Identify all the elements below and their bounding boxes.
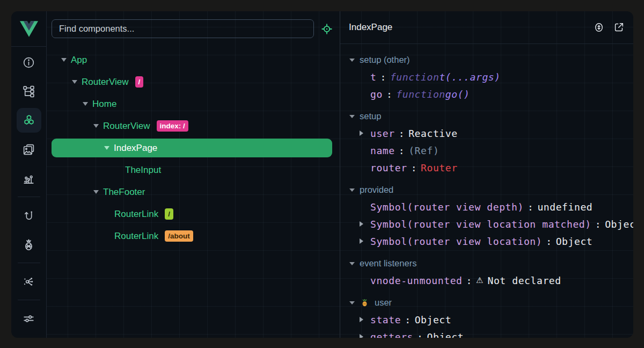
component-name: RouterView bbox=[82, 77, 129, 88]
section-title: provided bbox=[360, 185, 393, 195]
state-key: Symbol(router view depth) bbox=[370, 201, 524, 213]
tree-item-routerlink[interactable]: RouterLink/ bbox=[52, 203, 332, 225]
collapse-toggle-icon[interactable] bbox=[349, 189, 355, 192]
tree-item-home[interactable]: Home bbox=[52, 93, 332, 115]
tree-item-routerview[interactable]: RouterView/ bbox=[52, 71, 332, 93]
colon-separator: : bbox=[546, 236, 552, 247]
state-value: Object bbox=[556, 236, 593, 247]
collapse-toggle-icon[interactable] bbox=[349, 262, 355, 265]
tree-item-theinput[interactable]: TheInput bbox=[52, 159, 332, 181]
section-title: user bbox=[375, 298, 392, 308]
collapse-toggle-icon[interactable] bbox=[93, 124, 99, 128]
state-key: name bbox=[370, 145, 395, 156]
state-key: go bbox=[370, 89, 383, 100]
state-value: Router bbox=[421, 162, 458, 173]
inspector-header: IndexPage bbox=[340, 11, 633, 44]
sidebar-icons bbox=[11, 47, 46, 338]
tree-item-routerview[interactable]: RouterViewindex: / bbox=[52, 115, 332, 137]
route-badge: /about bbox=[165, 230, 193, 242]
open-in-editor-icon[interactable] bbox=[613, 21, 625, 33]
state-value: t(...args) bbox=[439, 71, 500, 83]
state-section: event listenersvnode-unmounted:⚠Not decl… bbox=[340, 255, 633, 289]
expand-arrow-icon[interactable] bbox=[360, 221, 370, 227]
section-header-setup[interactable]: setup bbox=[340, 108, 633, 125]
sidebar-item-pinia[interactable] bbox=[17, 232, 41, 257]
pinia-store-icon bbox=[360, 298, 369, 307]
colon-separator: : bbox=[399, 128, 405, 139]
section-header-user[interactable]: user bbox=[340, 294, 633, 311]
sidebar-item-settings[interactable] bbox=[17, 306, 41, 331]
expand-arrow-icon[interactable] bbox=[360, 130, 370, 136]
sidebar-item-info[interactable] bbox=[17, 50, 41, 75]
pick-component-icon[interactable] bbox=[320, 23, 333, 35]
state-key: vnode-unmounted bbox=[370, 275, 463, 286]
state-row-symbol-router-view-location-[interactable]: Symbol(router view location):Object bbox=[340, 233, 633, 250]
component-name: IndexPage bbox=[114, 143, 157, 154]
collapse-toggle-icon[interactable] bbox=[93, 190, 99, 194]
state-key: state bbox=[370, 314, 401, 325]
sidebar-item-graph[interactable] bbox=[17, 269, 41, 294]
component-tree: AppRouterView/HomeRouterViewindex: /Inde… bbox=[47, 46, 340, 338]
component-name: RouterView bbox=[103, 121, 150, 132]
section-header-provided[interactable]: provided bbox=[340, 182, 633, 198]
colon-separator: : bbox=[405, 314, 411, 325]
state-row-symbol-router-view-location-matched-[interactable]: Symbol(router view location matched):Obj… bbox=[340, 215, 633, 233]
collapse-toggle-icon[interactable] bbox=[349, 115, 355, 118]
state-row-go: go:function go() bbox=[340, 85, 633, 103]
info-icon bbox=[22, 56, 35, 69]
warning-icon: ⚠ bbox=[476, 276, 483, 285]
sidebar-item-tree[interactable] bbox=[17, 79, 41, 104]
section-header-event-listeners[interactable]: event listeners bbox=[340, 255, 633, 272]
colon-separator: : bbox=[399, 145, 405, 156]
state-section: providedSymbol(router view depth):undefi… bbox=[340, 182, 633, 250]
colon-separator: : bbox=[411, 162, 417, 173]
colon-separator: : bbox=[466, 275, 472, 286]
collapse-toggle-icon[interactable] bbox=[83, 102, 88, 106]
tree-item-routerlink[interactable]: RouterLink/about bbox=[52, 225, 332, 247]
search-input[interactable] bbox=[52, 19, 314, 38]
sidebar-item-images[interactable] bbox=[17, 137, 41, 162]
collapse-toggle-icon[interactable] bbox=[61, 58, 67, 62]
sidebar-divider bbox=[18, 197, 40, 197]
pinia-icon bbox=[22, 238, 35, 251]
router-icon bbox=[22, 209, 35, 222]
inspector-actions bbox=[593, 21, 625, 33]
state-value: function bbox=[396, 89, 445, 100]
component-name: TheInput bbox=[125, 165, 161, 176]
state-key: user bbox=[370, 128, 395, 139]
state-row-getters[interactable]: getters:Object bbox=[340, 328, 633, 338]
scroll-to-component-icon[interactable] bbox=[593, 21, 605, 33]
sidebar-item-router[interactable] bbox=[17, 203, 41, 228]
state-row-t: t:function t(...args) bbox=[340, 68, 633, 85]
inspector-panel: IndexPage setup (other)t:function t(...a… bbox=[340, 11, 633, 338]
collapse-toggle-icon[interactable] bbox=[104, 146, 109, 150]
vue-logo bbox=[20, 21, 38, 37]
component-name: RouterLink bbox=[114, 209, 158, 220]
expand-arrow-icon[interactable] bbox=[360, 317, 370, 322]
expand-arrow-icon[interactable] bbox=[360, 334, 370, 338]
collapse-toggle-icon[interactable] bbox=[349, 59, 355, 62]
colon-separator: : bbox=[528, 201, 533, 213]
tree-item-thefooter[interactable]: TheFooter bbox=[52, 181, 332, 203]
route-badge: / bbox=[135, 76, 144, 88]
state-row-state[interactable]: state:Object bbox=[340, 311, 633, 328]
sidebar-item-timeline-sliders[interactable] bbox=[17, 166, 41, 191]
state-value: Reactive bbox=[408, 128, 458, 139]
sidebar-item-components[interactable] bbox=[17, 108, 41, 133]
component-name: Home bbox=[92, 99, 116, 110]
graph-icon bbox=[22, 275, 35, 288]
collapse-toggle-icon[interactable] bbox=[72, 80, 77, 84]
expand-arrow-icon[interactable] bbox=[360, 238, 370, 244]
colon-separator: : bbox=[595, 219, 601, 230]
search-row bbox=[47, 11, 340, 46]
tree-item-indexpage[interactable]: IndexPage bbox=[52, 139, 332, 157]
state-value: Object bbox=[415, 314, 452, 325]
section-title: event listeners bbox=[360, 258, 416, 269]
section-header-setup-other-[interactable]: setup (other) bbox=[340, 52, 633, 68]
collapse-toggle-icon[interactable] bbox=[349, 301, 355, 305]
tree-item-app[interactable]: App bbox=[52, 49, 332, 71]
inspected-component-title: IndexPage bbox=[349, 22, 585, 33]
sidebar-divider bbox=[18, 300, 40, 300]
tree-icon bbox=[22, 85, 35, 98]
state-row-user[interactable]: user:Reactive bbox=[340, 125, 633, 142]
